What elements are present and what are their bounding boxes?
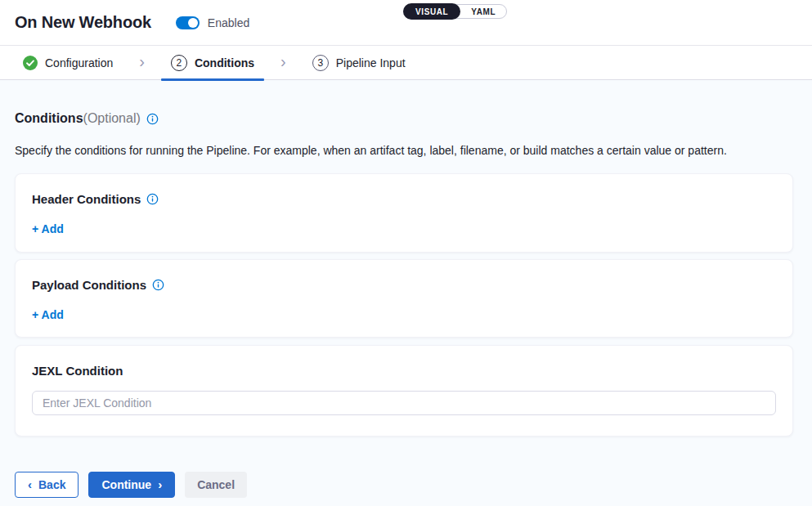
stepper-tabbar: Configuration › 2 Conditions › 3 Pipelin…	[0, 46, 812, 80]
section-heading: Conditions (Optional)	[15, 111, 793, 126]
cancel-button-label: Cancel	[197, 478, 235, 491]
enabled-toggle-label: Enabled	[208, 16, 249, 29]
back-button[interactable]: ‹ Back	[15, 472, 79, 498]
tab-pipeline-input[interactable]: 3 Pipeline Input	[303, 46, 415, 80]
payload-conditions-card: Payload Conditions + Add	[15, 259, 793, 338]
chevron-right-icon: ›	[139, 53, 145, 72]
tab-conditions[interactable]: 2 Conditions	[161, 46, 264, 80]
active-tab-underline	[161, 78, 264, 81]
card-title-row: Payload Conditions	[32, 278, 776, 292]
tab-conditions-label: Conditions	[195, 56, 254, 69]
add-header-condition-button[interactable]: + Add	[32, 222, 64, 235]
visual-toggle-button[interactable]: VISUAL	[403, 3, 460, 20]
section-optional-label: (Optional)	[83, 111, 141, 126]
conditions-panel: Conditions (Optional) Specify the condit…	[0, 80, 812, 506]
step-number-badge: 2	[171, 55, 187, 71]
continue-button[interactable]: Continue ›	[88, 472, 175, 498]
section-description: Specify the conditions for running the P…	[15, 144, 793, 157]
step-number-badge: 3	[312, 55, 329, 71]
continue-button-label: Continue	[101, 478, 151, 491]
jexl-condition-title: JEXL Condition	[32, 364, 123, 378]
wizard-footer: ‹ Back Continue › Cancel	[15, 472, 793, 498]
info-icon[interactable]	[152, 279, 164, 291]
tab-configuration[interactable]: Configuration	[23, 46, 123, 80]
chevron-right-icon: ›	[280, 53, 286, 72]
toggle-knob	[188, 18, 198, 28]
payload-conditions-title: Payload Conditions	[32, 278, 146, 292]
chevron-right-icon: ›	[158, 478, 162, 492]
jexl-condition-input[interactable]	[32, 391, 776, 415]
step-complete-check-icon	[23, 56, 38, 70]
chevron-left-icon: ‹	[28, 478, 32, 492]
header-conditions-card: Header Conditions + Add	[15, 173, 793, 253]
page-header: On New Webhook Enabled VISUAL YAML	[0, 0, 812, 46]
header-conditions-title: Header Conditions	[32, 192, 141, 206]
info-icon[interactable]	[146, 193, 159, 205]
visual-yaml-toggle: VISUAL YAML	[403, 4, 507, 19]
jexl-condition-card: JEXL Condition	[15, 345, 793, 437]
back-button-label: Back	[38, 478, 65, 491]
yaml-toggle-button[interactable]: YAML	[460, 4, 506, 19]
card-title-row: JEXL Condition	[32, 364, 776, 378]
info-icon[interactable]	[146, 113, 159, 125]
page-title: On New Webhook	[15, 13, 151, 32]
enabled-toggle[interactable]	[176, 16, 200, 29]
cancel-button[interactable]: Cancel	[185, 472, 247, 498]
tab-configuration-label: Configuration	[45, 56, 113, 69]
card-title-row: Header Conditions	[32, 192, 776, 206]
add-payload-condition-button[interactable]: + Add	[32, 308, 64, 321]
tab-pipeline-input-label: Pipeline Input	[336, 56, 406, 69]
section-title: Conditions	[15, 111, 83, 126]
